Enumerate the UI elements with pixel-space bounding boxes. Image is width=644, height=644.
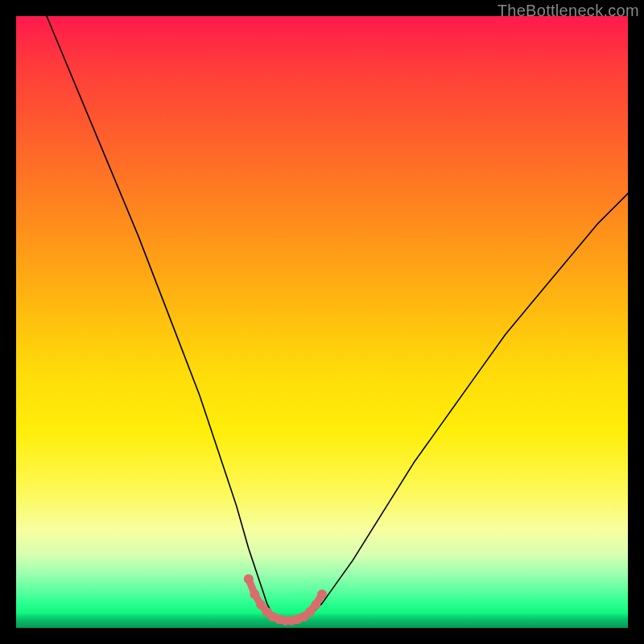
chart-frame: TheBottleneck.com — [0, 0, 644, 644]
watermark-text: TheBottleneck.com — [497, 2, 639, 20]
marker-tolerance-dots — [244, 574, 254, 584]
plot-area — [16, 16, 628, 628]
marker-tolerance-dots — [311, 600, 320, 609]
chart-svg — [16, 16, 628, 628]
marker-tolerance-dots — [317, 589, 327, 599]
series-curve — [47, 16, 628, 621]
marker-tolerance-dots — [250, 589, 259, 599]
